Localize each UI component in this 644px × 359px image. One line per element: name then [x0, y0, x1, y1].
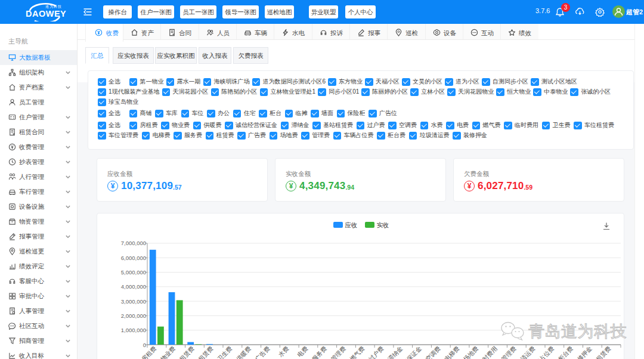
svg-text:供暖费: 供暖费 — [234, 345, 252, 359]
svg-text:6,000,000: 6,000,000 — [121, 255, 146, 261]
svg-text:1,000,000: 1,000,000 — [121, 327, 146, 333]
svg-text:空调费: 空调费 — [425, 345, 442, 359]
svg-text:管理费: 管理费 — [500, 345, 518, 359]
svg-text:滞纳金: 滞纳金 — [386, 345, 404, 359]
svg-text:2,000,000: 2,000,000 — [121, 312, 146, 319]
svg-text:燃气费: 燃气费 — [348, 345, 366, 359]
svg-text:4,000,000: 4,000,000 — [121, 283, 146, 290]
svg-text:物业费: 物业费 — [159, 345, 177, 359]
svg-text:电费: 电费 — [296, 345, 309, 358]
svg-text:装修押金: 装修押金 — [572, 345, 593, 359]
svg-text:租赁费: 租赁费 — [595, 345, 612, 359]
svg-text:服务费: 服务费 — [311, 345, 328, 359]
svg-text:卫生费: 卫生费 — [216, 345, 233, 359]
svg-text:过户费: 过户费 — [367, 345, 385, 359]
svg-text:3,000,000: 3,000,000 — [121, 298, 146, 305]
svg-text:电梯费: 电梯费 — [443, 345, 460, 359]
svg-text:柜台费: 柜台费 — [556, 345, 574, 359]
svg-text:7,000,000: 7,000,000 — [121, 240, 146, 246]
svg-text:场地费: 场地费 — [462, 345, 479, 359]
svg-text:临时费用: 临时费用 — [477, 345, 499, 359]
svg-text:5,000,000: 5,000,000 — [121, 269, 146, 276]
svg-text:水费: 水费 — [277, 345, 290, 358]
svg-text:广告费: 广告费 — [254, 345, 271, 359]
